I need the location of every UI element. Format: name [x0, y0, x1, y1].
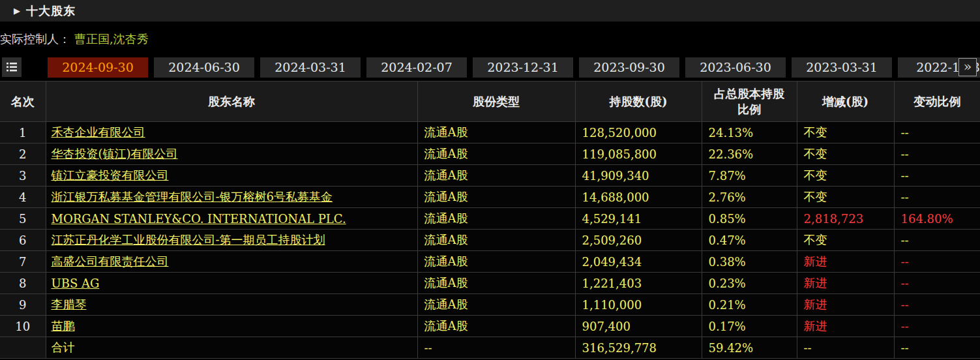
change-ratio-cell: --: [894, 316, 980, 337]
pct-of-total-cell: 0.38%: [702, 251, 797, 273]
change-ratio-cell: --: [894, 294, 980, 316]
table-row: 1禾杏企业有限公司流通A股128,520,00024.13%不变--: [0, 122, 980, 143]
collapse-arrow-icon: ▶: [14, 6, 20, 16]
share-type-cell: 流通A股: [417, 165, 575, 187]
shareholder-name-cell: 浙江银万私募基金管理有限公司-银万榕树6号私募基金: [46, 187, 417, 208]
tab-2023-03-31[interactable]: 2023-03-31: [792, 57, 892, 78]
tab-2024-03-31[interactable]: 2024-03-31: [260, 57, 361, 78]
rank-cell: 6: [0, 230, 46, 251]
shareholder-name-link[interactable]: 李腊琴: [52, 297, 87, 311]
shares-held-cell: 4,529,141: [575, 208, 702, 230]
share-type-cell: 流通A股: [417, 187, 575, 208]
shareholder-name-cell: 镇江立豪投资有限公司: [46, 165, 417, 187]
change-cell: 不变: [797, 122, 894, 143]
change-ratio-cell: --: [894, 187, 980, 208]
change-ratio-cell: --: [894, 273, 980, 294]
shareholder-name-link[interactable]: MORGAN STANLEY&CO. INTERNATIONAL PLC.: [52, 212, 346, 226]
column-header: 占总股本持股 比例: [702, 82, 797, 122]
rank-cell: 2: [0, 143, 46, 165]
pct-of-total-cell: 0.17%: [702, 316, 797, 337]
shares-held-cell: 1,110,000: [575, 294, 702, 316]
table-row: 9李腊琴流通A股1,110,0000.21%新进--: [0, 294, 980, 316]
change-cell: 不变: [797, 165, 894, 187]
rank-cell: [0, 337, 46, 359]
shareholder-name-link[interactable]: UBS AG: [52, 277, 100, 290]
shareholder-name-cell: 合计: [46, 337, 417, 359]
shareholder-name-cell: MORGAN STANLEY&CO. INTERNATIONAL PLC.: [46, 208, 417, 230]
share-type-cell: 流通A股: [417, 208, 575, 230]
change-ratio-cell: --: [894, 122, 980, 143]
change-ratio-cell: --: [894, 143, 980, 165]
shareholder-name-link[interactable]: 禾杏企业有限公司: [52, 125, 145, 139]
pct-of-total-cell: 7.87%: [702, 165, 797, 187]
column-header: 股份类型: [417, 82, 575, 122]
shareholder-name-link[interactable]: 华杏投资(镇江)有限公司: [52, 147, 178, 160]
tab-2023-12-31[interactable]: 2023-12-31: [473, 57, 573, 78]
change-cell: 新进: [797, 316, 894, 337]
shareholder-name-link[interactable]: 江苏正丹化学工业股份有限公司-第一期员工持股计划: [52, 233, 325, 247]
rank-cell: 7: [0, 251, 46, 273]
column-header: 持股数(股): [575, 82, 702, 122]
actual-controller-value: 曹正国,沈杏秀: [74, 31, 149, 47]
tab-2024-02-07[interactable]: 2024-02-07: [366, 57, 467, 78]
table-row: 6江苏正丹化学工业股份有限公司-第一期员工持股计划流通A股2,509,2600.…: [0, 230, 980, 251]
shareholder-name-cell: 华杏投资(镇江)有限公司: [46, 143, 417, 165]
share-type-cell: 流通A股: [417, 122, 575, 143]
change-ratio-cell: --: [894, 251, 980, 273]
share-type-cell: 流通A股: [417, 316, 575, 337]
total-row: 合计--316,529,77859.42%----: [0, 337, 980, 359]
rank-cell: 1: [0, 122, 46, 143]
rank-cell: 8: [0, 273, 46, 294]
shares-held-cell: 316,529,778: [575, 337, 702, 359]
tab-2024-06-30[interactable]: 2024-06-30: [154, 57, 254, 78]
change-cell: 新进: [797, 273, 894, 294]
share-type-cell: 流通A股: [417, 230, 575, 251]
rank-cell: 9: [0, 294, 46, 316]
shares-held-cell: 2,049,434: [575, 251, 702, 273]
share-type-cell: 流通A股: [417, 294, 575, 316]
actual-controller-line: 实际控制人： 曹正国,沈杏秀: [0, 27, 980, 51]
table-row: 7高盛公司有限责任公司流通A股2,049,4340.38%新进--: [0, 251, 980, 273]
shareholder-name-cell: 李腊琴: [46, 294, 417, 316]
change-cell: 不变: [797, 143, 894, 165]
pct-of-total-cell: 59.42%: [702, 337, 797, 359]
pct-of-total-cell: 2.76%: [702, 187, 797, 208]
change-cell: 新进: [797, 294, 894, 316]
table-row: 3镇江立豪投资有限公司流通A股41,909,3407.87%不变--: [0, 165, 980, 187]
rank-cell: 5: [0, 208, 46, 230]
column-header: 增减(股): [797, 82, 894, 122]
shareholder-name-link[interactable]: 高盛公司有限责任公司: [52, 254, 169, 268]
change-ratio-cell: --: [894, 165, 980, 187]
change-cell: --: [797, 337, 894, 359]
actual-controller-label: 实际控制人：: [0, 31, 70, 47]
shareholder-name-link[interactable]: 苗鹏: [52, 319, 75, 333]
section-title-bar[interactable]: ▶ 十大股东: [0, 0, 980, 22]
pct-of-total-cell: 0.21%: [702, 294, 797, 316]
tab-2024-09-30[interactable]: 2024-09-30: [48, 57, 148, 78]
list-view-button[interactable]: [2, 57, 22, 77]
share-type-cell: --: [417, 337, 575, 359]
shareholders-table: 名次股东名称股份类型持股数(股)占总股本持股 比例增减(股)变动比例 1禾杏企业…: [0, 81, 980, 359]
shareholder-name-link[interactable]: 镇江立豪投资有限公司: [52, 168, 169, 182]
shares-held-cell: 1,221,403: [575, 273, 702, 294]
shares-held-cell: 119,085,800: [575, 143, 702, 165]
table-row: 2华杏投资(镇江)有限公司流通A股119,085,80022.36%不变--: [0, 143, 980, 165]
share-type-cell: 流通A股: [417, 251, 575, 273]
rank-cell: 4: [0, 187, 46, 208]
shareholder-name-cell: UBS AG: [46, 273, 417, 294]
shareholder-name-link[interactable]: 浙江银万私募基金管理有限公司-银万榕树6号私募基金: [52, 190, 333, 203]
shareholder-name-cell: 苗鹏: [46, 316, 417, 337]
next-tabs-button[interactable]: »: [958, 58, 977, 76]
shares-held-cell: 41,909,340: [575, 165, 702, 187]
tab-2023-09-30[interactable]: 2023-09-30: [579, 57, 679, 78]
share-type-cell: 流通A股: [417, 143, 575, 165]
rank-cell: 10: [0, 316, 46, 337]
change-ratio-cell: 164.80%: [894, 208, 980, 230]
table-row: 5MORGAN STANLEY&CO. INTERNATIONAL PLC.流通…: [0, 208, 980, 230]
column-header: 股东名称: [46, 82, 417, 122]
shares-held-cell: 14,688,000: [575, 187, 702, 208]
pct-of-total-cell: 0.23%: [702, 273, 797, 294]
tab-2023-06-30[interactable]: 2023-06-30: [685, 57, 786, 78]
pct-of-total-cell: 0.47%: [702, 230, 797, 251]
change-cell: 不变: [797, 230, 894, 251]
